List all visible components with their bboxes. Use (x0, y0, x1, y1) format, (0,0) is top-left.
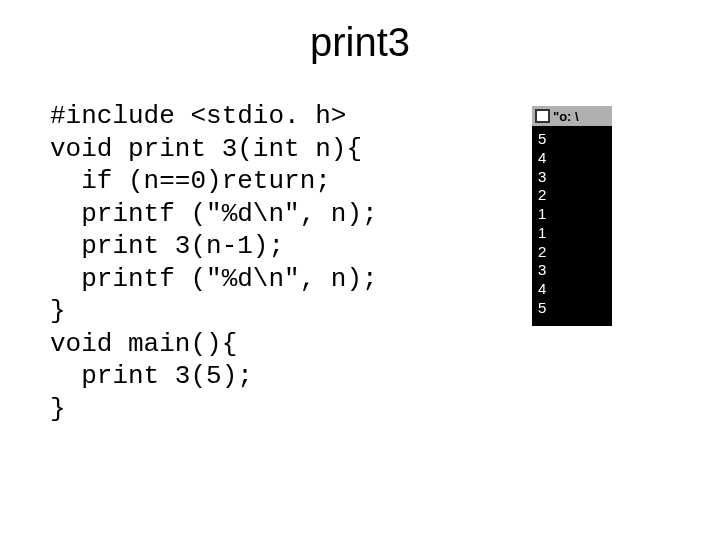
code-line: printf ("%d\n", n); (50, 264, 378, 294)
output-line: 3 (538, 261, 606, 280)
code-line: printf ("%d\n", n); (50, 199, 378, 229)
output-line: 2 (538, 243, 606, 262)
output-line: 1 (538, 224, 606, 243)
output-line: 5 (538, 130, 606, 149)
code-line: if (n==0)return; (50, 166, 331, 196)
code-line: void print 3(int n){ (50, 134, 362, 164)
code-line: } (50, 394, 66, 424)
console-icon (535, 109, 550, 123)
code-line: print 3(n-1); (50, 231, 284, 261)
output-line: 2 (538, 186, 606, 205)
output-line: 4 (538, 149, 606, 168)
page-title: print3 (0, 20, 720, 65)
output-window: "o: \ 5 4 3 2 1 1 2 3 4 5 (532, 106, 612, 326)
code-line: #include <stdio. h> (50, 101, 346, 131)
code-line: void main(){ (50, 329, 237, 359)
output-titlebar: "o: \ (532, 106, 612, 126)
output-line: 4 (538, 280, 606, 299)
slide: print3 #include <stdio. h> void print 3(… (0, 0, 720, 540)
output-line: 1 (538, 205, 606, 224)
code-line: } (50, 296, 66, 326)
output-body: 5 4 3 2 1 1 2 3 4 5 (532, 126, 612, 326)
code-line: print 3(5); (50, 361, 253, 391)
output-line: 5 (538, 299, 606, 318)
output-title-text: "o: \ (553, 109, 579, 124)
code-block: #include <stdio. h> void print 3(int n){… (50, 100, 378, 425)
output-line: 3 (538, 168, 606, 187)
